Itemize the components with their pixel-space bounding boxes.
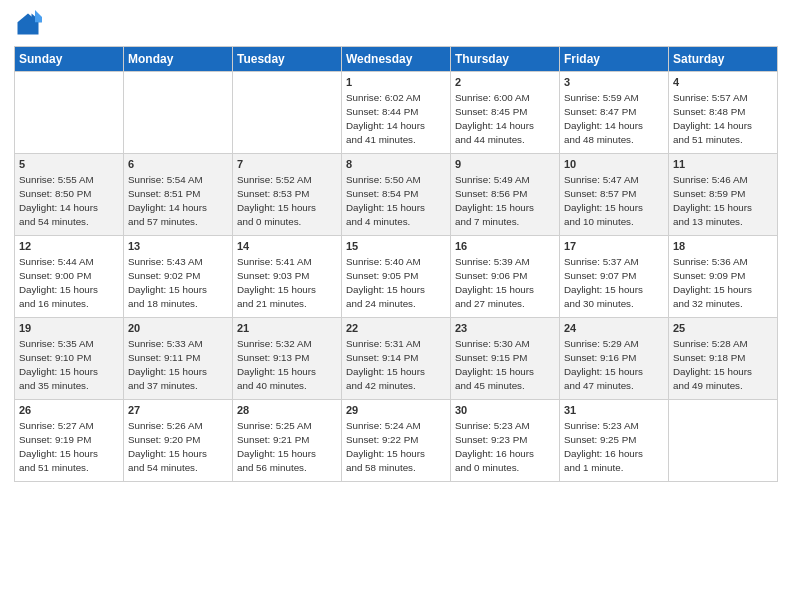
day-number: 3	[564, 75, 664, 90]
calendar-day-cell: 2Sunrise: 6:00 AM Sunset: 8:45 PM Daylig…	[451, 72, 560, 154]
day-number: 27	[128, 403, 228, 418]
calendar-body: 1Sunrise: 6:02 AM Sunset: 8:44 PM Daylig…	[15, 72, 778, 482]
day-info: Sunrise: 5:46 AM Sunset: 8:59 PM Dayligh…	[673, 173, 773, 228]
day-info: Sunrise: 5:23 AM Sunset: 9:23 PM Dayligh…	[455, 419, 555, 474]
day-info: Sunrise: 5:25 AM Sunset: 9:21 PM Dayligh…	[237, 419, 337, 474]
day-number: 14	[237, 239, 337, 254]
calendar-day-cell: 17Sunrise: 5:37 AM Sunset: 9:07 PM Dayli…	[560, 236, 669, 318]
day-number: 9	[455, 157, 555, 172]
day-info: Sunrise: 5:31 AM Sunset: 9:14 PM Dayligh…	[346, 337, 446, 392]
calendar-day-cell: 13Sunrise: 5:43 AM Sunset: 9:02 PM Dayli…	[124, 236, 233, 318]
day-number: 20	[128, 321, 228, 336]
calendar-day-cell: 5Sunrise: 5:55 AM Sunset: 8:50 PM Daylig…	[15, 154, 124, 236]
calendar-day-cell: 28Sunrise: 5:25 AM Sunset: 9:21 PM Dayli…	[233, 400, 342, 482]
day-number: 8	[346, 157, 446, 172]
calendar-day-cell: 10Sunrise: 5:47 AM Sunset: 8:57 PM Dayli…	[560, 154, 669, 236]
day-of-week-header: Thursday	[451, 47, 560, 72]
logo-icon	[14, 10, 42, 38]
calendar-day-cell: 4Sunrise: 5:57 AM Sunset: 8:48 PM Daylig…	[669, 72, 778, 154]
day-info: Sunrise: 5:49 AM Sunset: 8:56 PM Dayligh…	[455, 173, 555, 228]
calendar-day-cell: 20Sunrise: 5:33 AM Sunset: 9:11 PM Dayli…	[124, 318, 233, 400]
day-number: 16	[455, 239, 555, 254]
day-number: 13	[128, 239, 228, 254]
calendar-week-row: 26Sunrise: 5:27 AM Sunset: 9:19 PM Dayli…	[15, 400, 778, 482]
day-info: Sunrise: 5:54 AM Sunset: 8:51 PM Dayligh…	[128, 173, 228, 228]
day-number: 23	[455, 321, 555, 336]
calendar-day-cell: 30Sunrise: 5:23 AM Sunset: 9:23 PM Dayli…	[451, 400, 560, 482]
day-number: 25	[673, 321, 773, 336]
day-info: Sunrise: 5:24 AM Sunset: 9:22 PM Dayligh…	[346, 419, 446, 474]
calendar-day-cell: 27Sunrise: 5:26 AM Sunset: 9:20 PM Dayli…	[124, 400, 233, 482]
day-number: 30	[455, 403, 555, 418]
day-number: 24	[564, 321, 664, 336]
day-number: 26	[19, 403, 119, 418]
day-info: Sunrise: 5:32 AM Sunset: 9:13 PM Dayligh…	[237, 337, 337, 392]
calendar-day-cell: 14Sunrise: 5:41 AM Sunset: 9:03 PM Dayli…	[233, 236, 342, 318]
day-number: 7	[237, 157, 337, 172]
header	[14, 10, 778, 38]
day-info: Sunrise: 5:36 AM Sunset: 9:09 PM Dayligh…	[673, 255, 773, 310]
day-number: 2	[455, 75, 555, 90]
day-of-week-header: Saturday	[669, 47, 778, 72]
day-info: Sunrise: 5:28 AM Sunset: 9:18 PM Dayligh…	[673, 337, 773, 392]
day-number: 21	[237, 321, 337, 336]
day-info: Sunrise: 5:35 AM Sunset: 9:10 PM Dayligh…	[19, 337, 119, 392]
calendar-day-cell: 18Sunrise: 5:36 AM Sunset: 9:09 PM Dayli…	[669, 236, 778, 318]
day-info: Sunrise: 6:02 AM Sunset: 8:44 PM Dayligh…	[346, 91, 446, 146]
calendar-day-cell: 6Sunrise: 5:54 AM Sunset: 8:51 PM Daylig…	[124, 154, 233, 236]
day-info: Sunrise: 6:00 AM Sunset: 8:45 PM Dayligh…	[455, 91, 555, 146]
calendar-day-cell: 1Sunrise: 6:02 AM Sunset: 8:44 PM Daylig…	[342, 72, 451, 154]
day-number: 5	[19, 157, 119, 172]
day-number: 10	[564, 157, 664, 172]
day-info: Sunrise: 5:33 AM Sunset: 9:11 PM Dayligh…	[128, 337, 228, 392]
day-info: Sunrise: 5:23 AM Sunset: 9:25 PM Dayligh…	[564, 419, 664, 474]
calendar-day-cell: 11Sunrise: 5:46 AM Sunset: 8:59 PM Dayli…	[669, 154, 778, 236]
day-info: Sunrise: 5:52 AM Sunset: 8:53 PM Dayligh…	[237, 173, 337, 228]
day-info: Sunrise: 5:39 AM Sunset: 9:06 PM Dayligh…	[455, 255, 555, 310]
calendar-week-row: 12Sunrise: 5:44 AM Sunset: 9:00 PM Dayli…	[15, 236, 778, 318]
calendar-day-cell: 24Sunrise: 5:29 AM Sunset: 9:16 PM Dayli…	[560, 318, 669, 400]
day-info: Sunrise: 5:37 AM Sunset: 9:07 PM Dayligh…	[564, 255, 664, 310]
calendar-day-cell: 21Sunrise: 5:32 AM Sunset: 9:13 PM Dayli…	[233, 318, 342, 400]
day-info: Sunrise: 5:47 AM Sunset: 8:57 PM Dayligh…	[564, 173, 664, 228]
calendar-day-cell: 12Sunrise: 5:44 AM Sunset: 9:00 PM Dayli…	[15, 236, 124, 318]
day-number: 11	[673, 157, 773, 172]
day-info: Sunrise: 5:50 AM Sunset: 8:54 PM Dayligh…	[346, 173, 446, 228]
day-info: Sunrise: 5:40 AM Sunset: 9:05 PM Dayligh…	[346, 255, 446, 310]
calendar-day-cell: 26Sunrise: 5:27 AM Sunset: 9:19 PM Dayli…	[15, 400, 124, 482]
calendar-day-cell: 19Sunrise: 5:35 AM Sunset: 9:10 PM Dayli…	[15, 318, 124, 400]
day-of-week-header: Sunday	[15, 47, 124, 72]
day-number: 6	[128, 157, 228, 172]
day-info: Sunrise: 5:29 AM Sunset: 9:16 PM Dayligh…	[564, 337, 664, 392]
day-number: 22	[346, 321, 446, 336]
day-number: 19	[19, 321, 119, 336]
day-info: Sunrise: 5:44 AM Sunset: 9:00 PM Dayligh…	[19, 255, 119, 310]
calendar-day-cell: 29Sunrise: 5:24 AM Sunset: 9:22 PM Dayli…	[342, 400, 451, 482]
day-info: Sunrise: 5:57 AM Sunset: 8:48 PM Dayligh…	[673, 91, 773, 146]
header-row: SundayMondayTuesdayWednesdayThursdayFrid…	[15, 47, 778, 72]
svg-marker-2	[35, 10, 42, 22]
calendar-day-cell: 15Sunrise: 5:40 AM Sunset: 9:05 PM Dayli…	[342, 236, 451, 318]
day-number: 1	[346, 75, 446, 90]
day-info: Sunrise: 5:59 AM Sunset: 8:47 PM Dayligh…	[564, 91, 664, 146]
day-number: 31	[564, 403, 664, 418]
calendar-day-cell: 8Sunrise: 5:50 AM Sunset: 8:54 PM Daylig…	[342, 154, 451, 236]
day-number: 29	[346, 403, 446, 418]
day-number: 18	[673, 239, 773, 254]
day-info: Sunrise: 5:43 AM Sunset: 9:02 PM Dayligh…	[128, 255, 228, 310]
calendar-week-row: 19Sunrise: 5:35 AM Sunset: 9:10 PM Dayli…	[15, 318, 778, 400]
calendar-day-cell	[233, 72, 342, 154]
calendar-day-cell: 22Sunrise: 5:31 AM Sunset: 9:14 PM Dayli…	[342, 318, 451, 400]
day-number: 15	[346, 239, 446, 254]
day-of-week-header: Tuesday	[233, 47, 342, 72]
day-number: 4	[673, 75, 773, 90]
calendar-week-row: 5Sunrise: 5:55 AM Sunset: 8:50 PM Daylig…	[15, 154, 778, 236]
day-info: Sunrise: 5:41 AM Sunset: 9:03 PM Dayligh…	[237, 255, 337, 310]
calendar-week-row: 1Sunrise: 6:02 AM Sunset: 8:44 PM Daylig…	[15, 72, 778, 154]
calendar-day-cell: 31Sunrise: 5:23 AM Sunset: 9:25 PM Dayli…	[560, 400, 669, 482]
day-info: Sunrise: 5:27 AM Sunset: 9:19 PM Dayligh…	[19, 419, 119, 474]
page: SundayMondayTuesdayWednesdayThursdayFrid…	[0, 0, 792, 612]
calendar-day-cell: 25Sunrise: 5:28 AM Sunset: 9:18 PM Dayli…	[669, 318, 778, 400]
day-info: Sunrise: 5:30 AM Sunset: 9:15 PM Dayligh…	[455, 337, 555, 392]
logo	[14, 10, 46, 38]
